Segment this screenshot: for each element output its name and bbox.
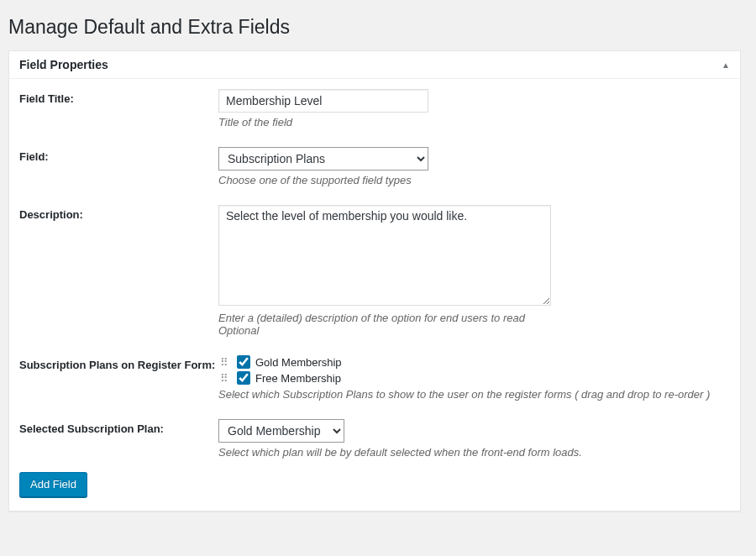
label-plans-on-register: Subscription Plans on Register Form: [19,355,218,371]
panel-body: Field Title: Title of the field Field: S… [9,79,740,511]
list-item: ⠿ Free Membership [218,371,730,385]
row-field-title: Field Title: Title of the field [19,89,730,129]
label-description: Description: [19,205,218,221]
panel-header: Field Properties ▲ [9,51,740,79]
hint-plans-on-register: Select which Subscription Plans to show … [218,388,730,401]
drag-handle-icon[interactable]: ⠿ [218,356,230,368]
panel-title: Field Properties [19,58,108,71]
row-description: Description: Enter a (detailed) descript… [19,205,730,337]
collapse-icon[interactable]: ▲ [722,60,730,70]
checkbox-free-membership[interactable] [237,371,250,385]
list-item: ⠿ Gold Membership [218,355,730,369]
label-field-type: Field: [19,147,218,163]
row-selected-plan: Selected Subscription Plan: Gold Members… [19,419,730,459]
hint-selected-plan: Select which plan will be by default sel… [218,446,730,459]
plans-checkbox-list: ⠿ Gold Membership ⠿ Free Membership [218,355,730,385]
checkbox-gold-membership[interactable] [237,355,250,369]
field-properties-panel: Field Properties ▲ Field Title: Title of… [8,50,741,511]
drag-handle-icon[interactable]: ⠿ [218,372,230,384]
row-plans-on-register: Subscription Plans on Register Form: ⠿ G… [19,355,730,401]
hint-description-1: Enter a (detailed) description of the op… [218,312,730,324]
page-title: Manage Default and Extra Fields [8,8,741,50]
label-selected-plan: Selected Subscription Plan: [19,419,218,435]
checkbox-label: Free Membership [255,372,341,385]
field-title-input[interactable] [218,89,428,113]
row-field-type: Field: Subscription Plans Choose one of … [19,147,730,186]
hint-description-2: Optional [218,324,730,337]
hint-field-type: Choose one of the supported field types [218,174,730,186]
field-type-select[interactable]: Subscription Plans [218,147,428,170]
description-textarea[interactable] [218,205,551,306]
hint-field-title: Title of the field [218,116,730,129]
add-field-button[interactable]: Add Field [19,472,87,497]
checkbox-label: Gold Membership [255,356,342,369]
selected-plan-select[interactable]: Gold Membership [218,419,344,443]
label-field-title: Field Title: [19,89,218,105]
